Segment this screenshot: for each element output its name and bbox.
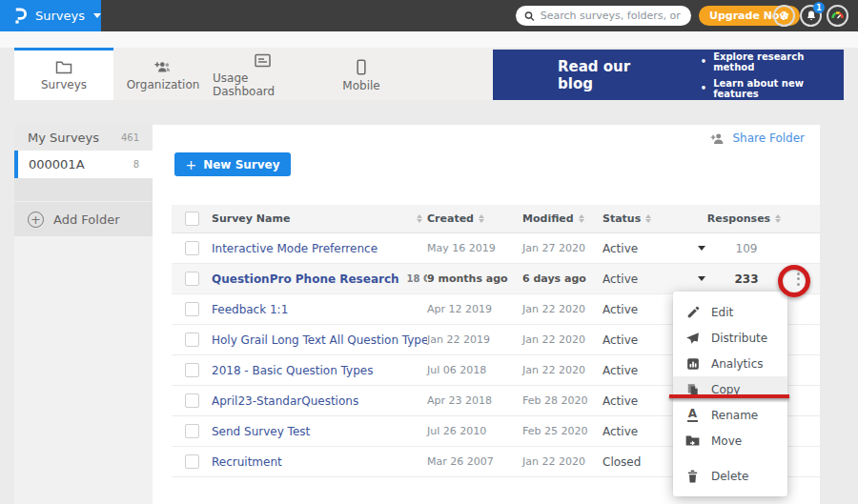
menu-item-label: Edit (711, 306, 733, 319)
sidebar-item-label: 000001A (29, 157, 85, 171)
modified-cell: 6 days ago (522, 272, 603, 285)
search-icon (524, 10, 535, 22)
product-menu[interactable]: Surveys (0, 0, 101, 31)
created-cell: Jul 26 2010 (427, 425, 522, 437)
new-survey-button[interactable]: + New Survey (174, 152, 291, 176)
row-checkbox[interactable] (185, 454, 199, 469)
tab-surveys[interactable]: Surveys (14, 48, 113, 100)
survey-name-link[interactable]: April23-StandarQuestions (212, 394, 358, 408)
row-checkbox[interactable] (185, 272, 199, 286)
survey-name-link[interactable]: Holy Grail Long Text All Question Types (212, 333, 427, 347)
annotation-underline-copy (669, 394, 789, 398)
menu-item-distribute[interactable]: Distribute (673, 325, 787, 351)
survey-name-link[interactable]: Recruitment (212, 455, 282, 469)
created-cell: Apr 12 2019 (427, 303, 522, 315)
banner-bullet-2: •Learn about new features (701, 78, 844, 99)
col-responses: Responses (707, 212, 770, 225)
menu-item-analytics[interactable]: Analytics (673, 351, 787, 376)
question-mark-icon: ? (781, 10, 787, 23)
share-folder-label: Share Folder (732, 131, 805, 145)
bar-chart-icon (686, 357, 700, 371)
status-dropdown-caret[interactable] (698, 276, 705, 281)
bullet-icon: • (701, 56, 706, 67)
survey-name-link[interactable]: Send Survey Test (212, 425, 310, 438)
blog-banner-title: Read our blog (558, 58, 664, 92)
move-folder-icon (685, 434, 700, 447)
sort-icon[interactable] (417, 214, 422, 223)
sort-icon[interactable] (775, 214, 781, 223)
sidebar-item-my-surveys[interactable]: My Surveys 461 (14, 125, 153, 151)
notifications-button[interactable]: 1 (800, 5, 822, 27)
add-folder-button[interactable]: + Add Folder (14, 202, 153, 236)
questionpro-logo-icon (12, 7, 27, 26)
menu-item-edit[interactable]: Edit (673, 299, 787, 325)
blog-banner[interactable]: Read our blog •Explore research method •… (493, 50, 844, 100)
menu-item-label: Move (711, 434, 742, 448)
add-folder-label: Add Folder (53, 212, 119, 227)
header-substrip (0, 31, 858, 48)
tab-surveys-label: Surveys (41, 78, 87, 91)
select-all-checkbox[interactable] (185, 212, 199, 226)
sidebar-item-count: 8 (133, 159, 139, 170)
menu-item-label: Rename (711, 409, 758, 422)
survey-name-link[interactable]: Interactive Mode Preferrence (212, 242, 378, 255)
survey-name-link[interactable]: QuestionPro Phone Research (212, 272, 399, 286)
sidebar-item-count: 461 (121, 132, 139, 143)
question-count-badge: 18 Questions (407, 273, 427, 284)
tab-organization[interactable]: Organization (113, 48, 213, 100)
created-cell: 9 months ago (427, 272, 522, 285)
notification-badge: 1 (813, 2, 825, 13)
gauge-icon (830, 9, 845, 23)
tab-organization-label: Organization (127, 78, 200, 91)
folders-sidebar: My Surveys 461 000001A 8 + Add Folder (14, 125, 153, 504)
modified-cell: Feb 28 2020 (522, 394, 603, 407)
new-survey-label: New Survey (203, 158, 279, 171)
blog-banner-bullets: •Explore research method •Learn about ne… (701, 51, 844, 99)
modified-cell: Jan 22 2020 (522, 455, 603, 468)
plus-circle-icon: + (28, 212, 44, 228)
menu-separator (673, 454, 787, 463)
created-cell: Jan 22 2019 (427, 333, 522, 346)
tab-usage-dashboard[interactable]: Usage Dashboard (213, 48, 312, 100)
menu-item-rename[interactable]: A Rename (673, 402, 787, 428)
menu-item-move[interactable]: Move (673, 428, 787, 454)
search-input[interactable] (541, 10, 683, 22)
usage-meter-button[interactable] (827, 5, 848, 27)
tab-usage-dashboard-label: Usage Dashboard (213, 71, 312, 98)
help-button[interactable]: ? (773, 5, 795, 27)
tab-mobile[interactable]: Mobile (312, 48, 411, 100)
menu-item-label: Delete (711, 470, 748, 483)
survey-name-link[interactable]: Feedback 1:1 (212, 303, 288, 316)
row-checkbox[interactable] (185, 241, 199, 255)
row-checkbox[interactable] (185, 393, 199, 408)
share-folder-link[interactable]: Share Folder (710, 131, 805, 145)
sidebar-item-folder-000001A[interactable]: 000001A 8 (14, 151, 153, 178)
row-checkbox[interactable] (185, 424, 199, 438)
row-checkbox[interactable] (185, 333, 199, 347)
survey-name-link[interactable]: 2018 - Basic Question Types (212, 364, 373, 377)
rename-icon: A (687, 408, 698, 422)
status-dropdown-caret[interactable] (698, 246, 705, 251)
row-checkbox[interactable] (185, 363, 199, 377)
created-cell: Jul 06 2018 (427, 364, 522, 376)
trash-icon (686, 470, 699, 483)
modified-cell: Jan 22 2020 (522, 333, 603, 346)
banner-bullet-1: •Explore research method (701, 51, 844, 72)
table-row: Interactive Mode Preferrence May 16 2019… (172, 233, 820, 264)
col-survey-name: Survey Name (212, 212, 290, 225)
col-status: Status (603, 212, 641, 225)
modified-cell: Jan 27 2020 (522, 242, 603, 254)
menu-item-label: Analytics (711, 357, 764, 371)
col-modified: Modified (522, 212, 574, 225)
menu-item-delete[interactable]: Delete (673, 463, 787, 489)
table-header-row: Survey Name Created Modified Status Resp… (172, 205, 820, 233)
row-checkbox[interactable] (185, 302, 199, 316)
created-cell: Mar 26 2007 (427, 455, 522, 468)
sort-icon[interactable] (579, 214, 584, 223)
sort-icon[interactable] (645, 214, 651, 223)
pencil-icon (686, 306, 700, 319)
sidebar-spacer (14, 178, 153, 202)
responses-cell: 109 (717, 242, 776, 255)
folder-icon (55, 60, 72, 74)
sort-icon[interactable] (479, 214, 484, 223)
